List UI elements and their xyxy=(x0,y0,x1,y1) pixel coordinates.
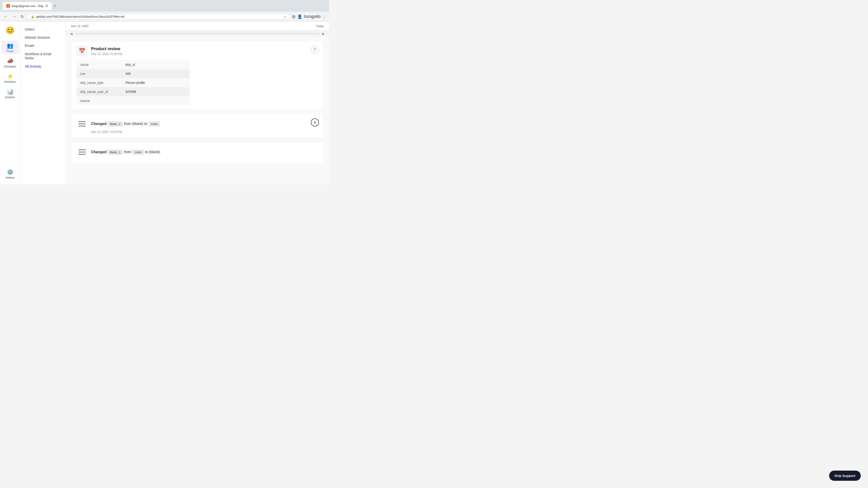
product-review-title: Product review xyxy=(91,46,122,51)
changed-from-2: from xyxy=(124,150,131,154)
changed-label-2: Changed xyxy=(91,150,106,154)
sidebar-settings-label: Settings xyxy=(6,176,15,179)
sidebar-item-people[interactable]: 👥 People xyxy=(1,41,19,54)
sidebar-campaigns-label: Campaigns xyxy=(4,65,17,68)
product-review-table: cause drip_ui Lee 400 drip_cause_type Pe… xyxy=(76,60,190,105)
changed-from-text-1: from (blank) to xyxy=(124,122,147,126)
sub-nav: Orders Website Sessions Emails Workflows… xyxy=(20,22,66,184)
sidebar: 😊 👥 People 📣 Campaigns ⚡ Workflows 📊 Ana… xyxy=(0,22,20,184)
scroll-right-arrow[interactable]: ▶ xyxy=(321,32,326,35)
tab-close-button[interactable]: ✕ xyxy=(45,4,48,8)
changed-date-1: Dec 12, 2023 • 6:23 PM xyxy=(91,130,318,133)
scroll-track[interactable] xyxy=(75,33,319,34)
people-icon: 👥 xyxy=(7,42,13,49)
sidebar-workflows-label: Workflows xyxy=(4,80,16,83)
changed-entry-1-header: Changed Name_1 from (blank) to cake xyxy=(76,119,318,129)
lock-icon: 🔒 xyxy=(31,15,34,18)
changed-field-2: Name_1 xyxy=(108,150,123,155)
extensions-icon[interactable]: ⊞ xyxy=(292,14,296,19)
settings-icon: ⚙️ xyxy=(7,169,13,175)
product-review-action-btn[interactable]: ⏱ xyxy=(311,46,319,54)
sidebar-people-label: People xyxy=(6,50,14,53)
product-review-header: 📅 Product review Dec 12, 2023 • 6:28 PM xyxy=(76,46,318,57)
product-review-date: Dec 12, 2023 • 6:28 PM xyxy=(91,52,122,56)
browser-tab[interactable]: d bingo@gmail.com - Drip ✕ xyxy=(3,2,52,10)
table-value: 347898 xyxy=(122,87,190,96)
svg-rect-0 xyxy=(79,121,86,122)
forward-button[interactable]: → xyxy=(11,13,17,20)
product-review-info: Product review Dec 12, 2023 • 6:28 PM xyxy=(91,46,122,56)
sub-nav-emails[interactable]: Emails xyxy=(20,41,65,50)
changed-to-value-1: cake xyxy=(149,122,160,126)
sub-nav-orders[interactable]: Orders xyxy=(20,25,65,33)
address-bar[interactable]: 🔒 getdrip.com/7641396/subscribers/x31t6x… xyxy=(27,14,290,20)
table-row: Lee 400 xyxy=(76,69,190,78)
svg-rect-2 xyxy=(79,126,86,127)
reload-button[interactable]: ↻ xyxy=(19,13,25,20)
sub-nav-all-activity[interactable]: All Activity xyxy=(20,62,65,70)
changed-icon-2 xyxy=(76,147,88,158)
table-key: source xyxy=(76,96,122,105)
sidebar-item-workflows[interactable]: ⚡ Workflows xyxy=(1,71,19,85)
svg-rect-1 xyxy=(79,123,86,124)
back-button[interactable]: ← xyxy=(3,13,9,20)
table-row: cause drip_ui xyxy=(76,60,190,69)
scroll-left-arrow[interactable]: ◀ xyxy=(69,32,73,35)
table-key: drip_cause_type xyxy=(76,78,122,87)
table-value: 400 xyxy=(122,69,190,78)
table-value xyxy=(122,96,190,105)
timeline-end-date: Today xyxy=(316,24,324,28)
table-row: drip_cause_user_id 347898 xyxy=(76,87,190,96)
nav-right: ⊞ 👤 Incognito ⋮ xyxy=(292,14,327,19)
sidebar-item-analytics[interactable]: 📊 Analytics xyxy=(1,87,19,100)
product-review-entry: 📅 Product review Dec 12, 2023 • 6:28 PM … xyxy=(71,41,324,110)
app-container: 😊 👥 People 📣 Campaigns ⚡ Workflows 📊 Ana… xyxy=(0,22,329,184)
new-tab-button[interactable]: + xyxy=(54,3,56,8)
product-review-icon: 📅 xyxy=(76,46,88,57)
timeline-start-date: Dec 12, 2023 xyxy=(71,24,88,28)
changed-icon-1 xyxy=(76,119,88,129)
table-row: drip_cause_type Person profile xyxy=(76,78,190,87)
app-logo[interactable]: 😊 xyxy=(5,25,15,35)
table-value: drip_ui xyxy=(122,60,190,69)
add-button-1[interactable]: + xyxy=(311,119,319,127)
campaigns-icon: 📣 xyxy=(7,58,13,64)
menu-icon[interactable]: ⋮ xyxy=(322,14,327,19)
sub-nav-workflows-email-series[interactable]: Workflows & Email Series xyxy=(20,50,65,62)
star-icon: ☆ xyxy=(284,15,286,18)
table-row: source xyxy=(76,96,190,105)
action-icon: ⏱ xyxy=(313,48,317,52)
browser-chrome: d bingo@gmail.com - Drip ✕ + xyxy=(0,0,329,12)
changed-text-2: Changed Name_1 from cake to (blank) xyxy=(91,150,160,155)
sub-nav-website-sessions[interactable]: Website Sessions xyxy=(20,33,65,41)
tab-title: bingo@gmail.com - Drip xyxy=(12,4,43,8)
analytics-icon: 📊 xyxy=(7,89,13,95)
svg-rect-5 xyxy=(79,154,86,155)
logo-icon: 😊 xyxy=(6,26,15,35)
sidebar-item-campaigns[interactable]: 📣 Campaigns xyxy=(1,56,19,70)
url-text: getdrip.com/7641396/subscribers/x31t6xtu… xyxy=(36,15,282,18)
svg-rect-4 xyxy=(79,152,86,153)
changed-to-text-2: to (blank) xyxy=(145,150,160,154)
changed-field-1: Name_1 xyxy=(108,122,123,126)
changed-entry-2: Changed Name_1 from cake to (blank) xyxy=(71,142,324,163)
changed-label-1: Changed xyxy=(91,122,106,126)
table-value: Person profile xyxy=(122,78,190,87)
profile-icon[interactable]: 👤 xyxy=(297,14,302,19)
table-key: drip_cause_user_id xyxy=(76,87,122,96)
activity-section: 📅 Product review Dec 12, 2023 • 6:28 PM … xyxy=(66,36,329,171)
sidebar-item-settings[interactable]: ⚙️ Settings xyxy=(1,167,19,181)
changed-entry-2-header: Changed Name_1 from cake to (blank) xyxy=(76,147,318,158)
sidebar-analytics-label: Analytics xyxy=(5,96,15,98)
changed-entry-1: Changed Name_1 from (blank) to cake Dec … xyxy=(71,113,324,138)
timeline-scroll-bar[interactable]: ◀ ▶ xyxy=(66,31,329,36)
browser-nav: ← → ↻ 🔒 getdrip.com/7641396/subscribers/… xyxy=(0,12,329,22)
svg-rect-3 xyxy=(79,149,86,150)
table-key: cause xyxy=(76,60,122,69)
main-content: Dec 12, 2023 Today ◀ ▶ 📅 Product review … xyxy=(66,22,329,184)
table-key: Lee xyxy=(76,69,122,78)
workflows-icon: ⚡ xyxy=(7,73,13,79)
incognito-badge: Incognito xyxy=(304,14,320,19)
incognito-label: Incognito xyxy=(304,14,320,19)
changed-text-1: Changed Name_1 from (blank) to cake xyxy=(91,122,160,126)
